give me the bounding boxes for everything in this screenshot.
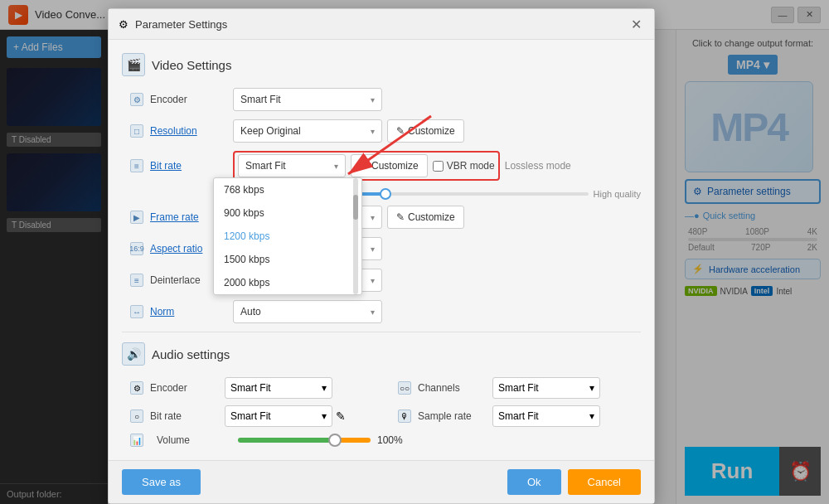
- audio-bitrate-select[interactable]: Smart Fit▾: [225, 405, 332, 427]
- norm-select[interactable]: Auto▾: [233, 300, 382, 323]
- encoder-icon: ⚙: [130, 93, 143, 106]
- audio-bitrate-icon: ○: [130, 410, 143, 423]
- sample-rate-icon: 🎙: [398, 410, 411, 423]
- encoder-control: Smart Fit▾: [233, 88, 641, 111]
- framerate-customize-button[interactable]: ✎ Customize: [387, 206, 464, 229]
- channels-select[interactable]: Smart Fit▾: [492, 377, 600, 399]
- channels-icon: ○○: [398, 381, 411, 395]
- audio-section-header: 🔊 Audio settings: [122, 342, 641, 366]
- bitrate-control: Smart Fit▾ ✎ Customize VBR mode Lossless…: [233, 151, 641, 181]
- bitrate-label[interactable]: Bit rate: [150, 160, 233, 172]
- audio-bitrate-label: Bit rate: [150, 410, 225, 422]
- dropdown-item-900[interactable]: 900 kbps: [214, 201, 361, 225]
- save-as-button[interactable]: Save as: [122, 469, 201, 495]
- dialog-footer: Save as Ok Cancel: [109, 460, 654, 503]
- volume-row: 📊 Volume 100%: [122, 434, 641, 447]
- resolution-select[interactable]: Keep Original▾: [233, 119, 382, 143]
- sample-rate-row: 🎙 Sample rate Smart Fit▾: [390, 405, 641, 427]
- audio-encoder-row: ⚙ Encoder Smart Fit▾: [122, 377, 373, 399]
- framerate-icon: ▶: [130, 211, 143, 224]
- audio-section-title: Audio settings: [152, 347, 230, 361]
- resolution-icon: □: [130, 124, 143, 138]
- deinterlace-icon: ≡: [130, 274, 143, 287]
- audio-row-1: ⚙ Encoder Smart Fit▾ ○○ Channels Smart F…: [122, 377, 641, 405]
- pencil-icon-3: ✎: [396, 211, 405, 223]
- sample-rate-select[interactable]: Smart Fit▾: [492, 405, 600, 427]
- dropdown-item-1200[interactable]: 1200 kbps: [214, 225, 361, 248]
- pencil-icon: ✎: [396, 125, 405, 137]
- bitrate-select[interactable]: Smart Fit▾: [238, 154, 346, 177]
- sample-rate-label: Sample rate: [418, 410, 492, 422]
- bitrate-dropdown: 768 kbps 900 kbps 1200 kbps 1500 kbps 20…: [213, 177, 362, 295]
- norm-row: ↔ Norm Auto▾: [122, 300, 641, 323]
- volume-percentage: 100%: [377, 434, 403, 446]
- aspect-ratio-icon: 16:9: [130, 242, 143, 255]
- audio-row-2: ○ Bit rate Smart Fit▾ ✎ 🎙 Sample rate Sm…: [122, 405, 641, 434]
- resolution-row: □ Resolution Keep Original▾ ✎ Customize: [122, 119, 641, 143]
- resolution-label[interactable]: Resolution: [150, 125, 233, 137]
- volume-label: Volume: [157, 434, 231, 446]
- audio-section-icon: 🔊: [122, 342, 145, 366]
- dialog-titlebar: ⚙ Parameter Settings ✕: [109, 9, 654, 40]
- encoder-row: ⚙ Encoder Smart Fit▾: [122, 88, 641, 111]
- quick-settings-high-label: High quality: [594, 189, 641, 199]
- audio-encoder-label: Encoder: [150, 382, 225, 394]
- vbr-label: VBR mode: [447, 160, 495, 172]
- audio-section: 🔊 Audio settings ⚙ Encoder Smart Fit▾ ○○…: [122, 332, 641, 447]
- bitrate-customize-button[interactable]: ✎ Customize: [351, 154, 428, 177]
- norm-label[interactable]: Norm: [150, 306, 233, 317]
- dialog-title: Parameter Settings: [135, 18, 621, 31]
- audio-encoder-select[interactable]: Smart Fit▾: [225, 377, 332, 399]
- dropdown-item-768[interactable]: 768 kbps: [214, 178, 361, 201]
- aspect-ratio-row: 16:9 Aspect ratio ▾: [122, 237, 641, 260]
- video-section-title: Video Settings: [152, 58, 231, 72]
- deinterlace-row: ≡ Deinterlace No▾: [122, 269, 641, 292]
- ok-button[interactable]: Ok: [507, 469, 561, 495]
- volume-icon: 📊: [130, 434, 143, 447]
- audio-encoder-icon: ⚙: [130, 381, 143, 395]
- quick-settings-row: Default High quality: [122, 189, 641, 199]
- audio-bitrate-row: ○ Bit rate Smart Fit▾ ✎: [122, 405, 373, 427]
- channels-row: ○○ Channels Smart Fit▾: [390, 377, 641, 399]
- vbr-checkbox[interactable]: VBR mode: [433, 160, 495, 172]
- resolution-customize-button[interactable]: ✎ Customize: [387, 119, 464, 143]
- dropdown-item-1500[interactable]: 1500 kbps: [214, 248, 361, 271]
- pencil-icon-2: ✎: [360, 160, 368, 172]
- dialog-body: 🎬 Video Settings ⚙ Encoder Smart Fit▾ □ …: [109, 40, 654, 460]
- dialog-close-button[interactable]: ✕: [628, 16, 644, 32]
- volume-slider[interactable]: [238, 438, 371, 443]
- video-section-header: 🎬 Video Settings: [122, 53, 641, 76]
- framerate-row: ▶ Frame rate Smart Fit▾ ✎ Customize: [122, 206, 641, 229]
- lossless-label: Lossless mode: [505, 160, 571, 172]
- dropdown-item-2000[interactable]: 2000 kbps: [214, 271, 361, 294]
- norm-icon: ↔: [130, 305, 143, 318]
- norm-control: Auto▾: [233, 300, 641, 323]
- video-section-icon: 🎬: [122, 53, 145, 76]
- bitrate-icon: ≡: [130, 159, 143, 172]
- encoder-select[interactable]: Smart Fit▾: [233, 88, 382, 111]
- vbr-check[interactable]: [433, 161, 444, 172]
- bitrate-highlight-box: Smart Fit▾ ✎ Customize VBR mode: [233, 151, 500, 181]
- dropdown-scrollbar: [353, 178, 358, 294]
- channels-label: Channels: [418, 382, 492, 394]
- audio-bitrate-edit-icon[interactable]: ✎: [336, 410, 346, 423]
- resolution-control: Keep Original▾ ✎ Customize: [233, 119, 641, 143]
- dialog-title-icon: ⚙: [119, 18, 128, 31]
- parameter-settings-dialog: ⚙ Parameter Settings ✕ 🎬 Video Settings …: [108, 8, 655, 504]
- encoder-label: Encoder: [150, 94, 233, 105]
- cancel-button[interactable]: Cancel: [568, 469, 641, 495]
- bitrate-row: ≡ Bit rate Smart Fit▾ ✎ Customize VBR mo…: [122, 151, 641, 181]
